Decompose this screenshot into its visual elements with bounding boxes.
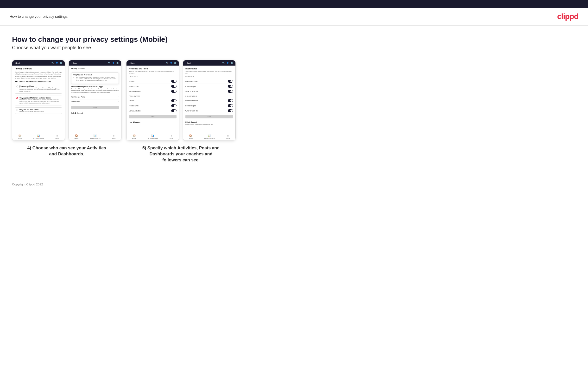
screen-1-section: Who Can See Your Activities and Dashboar… — [15, 81, 62, 83]
chevron-dashboards: › — [118, 101, 119, 103]
header-icons-2: 🔍 👤 ⚙️ — [108, 62, 119, 64]
screen-4-body: Dashboards Select the dashboards that yo… — [183, 66, 235, 133]
page-title: How to change your privacy settings (Mob… — [12, 35, 576, 43]
tab-privacy-controls[interactable]: Privacy Controls — [71, 67, 85, 70]
home-icon-3: 🏠 — [132, 134, 136, 137]
settings-icon-2[interactable]: ⚙️ — [116, 62, 119, 64]
footer-home-2[interactable]: 🏠 Home — [75, 134, 78, 139]
option-everyone[interactable]: Everyone on Clippd Everyone on Clippd ca… — [15, 84, 62, 94]
person-icon-1[interactable]: 👤 — [56, 62, 58, 64]
help-desc-4: Visit our Clippd community to troublesho… — [185, 124, 233, 126]
screen-3-footer: 🏠 Home 📊 My Performance ≡ Menu — [127, 133, 179, 141]
search-icon-4[interactable]: 🔍 — [222, 62, 225, 64]
footer-performance-3[interactable]: 📊 My Performance — [147, 134, 158, 139]
tab-bar-2: Privacy Controls — [71, 67, 119, 70]
back-button-4[interactable]: < Back — [185, 62, 191, 64]
settings-icon-4[interactable]: ⚙️ — [230, 62, 233, 64]
followers-what-to-work-toggle[interactable] — [228, 109, 233, 112]
followers-player-dashboard-toggle[interactable] — [228, 99, 233, 102]
footer-performance-4[interactable]: 📊 My Performance — [204, 134, 215, 139]
header-icons-3: 🔍 👤 ⚙️ — [166, 62, 176, 64]
footer-performance-1[interactable]: 📊 My Performance — [33, 134, 44, 139]
activities-posts-row[interactable]: Activities and Posts › — [71, 95, 119, 100]
page-subtitle: Choose what you want people to see — [12, 45, 576, 50]
followers-round-insights-toggle[interactable] — [228, 104, 233, 107]
main-content: How to change your privacy settings (Mob… — [0, 26, 588, 178]
coaches-player-dashboard-toggle[interactable] — [228, 80, 233, 83]
top-bar — [0, 0, 588, 8]
coaches-rounds-row: Rounds — [129, 79, 176, 84]
option-everyone-text: Everyone on Clippd Everyone on Clippd ca… — [19, 85, 61, 92]
followers-what-to-work-row: What To Work On — [185, 108, 233, 113]
page-footer: Copyright Clippd 2022 — [0, 178, 588, 191]
screen-2-mockup: < Back 🔍 👤 ⚙️ Privacy Controls — [69, 60, 121, 141]
popup-radio[interactable] — [73, 77, 75, 78]
footer-performance-2[interactable]: 📊 My Performance — [90, 134, 100, 139]
save-btn-4[interactable]: Save — [185, 115, 233, 118]
screens-pair-1: < Back 🔍 👤 ⚙️ Privacy Controls Control h… — [12, 60, 121, 141]
footer-menu-4[interactable]: ≡ Menu — [226, 134, 230, 139]
help-support-2: Help & Support — [71, 111, 119, 114]
settings-icon-1[interactable]: ⚙️ — [60, 62, 62, 64]
screen-3-header: < Back 🔍 👤 ⚙️ — [127, 60, 179, 66]
save-btn-2[interactable]: Save — [71, 106, 119, 109]
screen-1-desc: Control how you and your data appears to… — [15, 71, 62, 79]
footer-menu-2[interactable]: ≡ Menu — [112, 134, 115, 139]
person-icon-2[interactable]: 👤 — [112, 62, 115, 64]
footer-home-3[interactable]: 🏠 Home — [132, 134, 136, 139]
footer-menu-1[interactable]: ≡ Menu — [55, 134, 59, 139]
screenshots-row: < Back 🔍 👤 ⚙️ Privacy Controls Control h… — [12, 60, 576, 163]
logo: clippd — [557, 12, 578, 21]
person-icon-4[interactable]: 👤 — [226, 62, 229, 64]
header: How to change your privacy settings clip… — [0, 8, 588, 26]
option-approved[interactable]: Only Approved Followers and Your Coach O… — [15, 96, 62, 105]
followers-manual-toggle[interactable] — [171, 109, 176, 112]
back-button-3[interactable]: < Back — [129, 62, 134, 64]
radio-everyone[interactable] — [16, 85, 18, 87]
dashboards-row[interactable]: Dashboards › — [71, 100, 119, 104]
menu-icon-3: ≡ — [171, 134, 172, 137]
menu-icon-2: ≡ — [113, 134, 114, 137]
screen-1-body: Privacy Controls Control how you and you… — [12, 66, 65, 133]
followers-drills-row: Practice Drills — [129, 103, 176, 108]
footer-home-4[interactable]: 🏠 Home — [189, 134, 193, 139]
save-btn-3[interactable]: Save — [129, 115, 176, 118]
option-only-you-text: Only You and Your Coach Only you and the… — [19, 109, 44, 112]
copyright: Copyright Clippd 2022 — [12, 183, 43, 186]
followers-rounds-toggle[interactable] — [171, 99, 176, 102]
coaches-manual-toggle[interactable] — [171, 90, 176, 93]
search-icon-3[interactable]: 🔍 — [166, 62, 168, 64]
screens-pair-2: < Back 🔍 👤 ⚙️ Activities and Posts Selec… — [126, 60, 236, 141]
footer-menu-3[interactable]: ≡ Menu — [170, 134, 173, 139]
screen-2-header: < Back 🔍 👤 ⚙️ — [69, 60, 121, 66]
search-icon-1[interactable]: 🔍 — [52, 62, 54, 64]
followers-drills-toggle[interactable] — [171, 104, 176, 107]
option-only-you[interactable]: Only You and Your Coach Only you and the… — [15, 107, 62, 114]
search-icon-2[interactable]: 🔍 — [108, 62, 111, 64]
coaches-rounds-toggle[interactable] — [171, 80, 176, 83]
coaches-what-to-work-toggle[interactable] — [228, 90, 233, 93]
screen-4-header: < Back 🔍 👤 ⚙️ — [183, 60, 235, 66]
settings-icon-3[interactable]: ⚙️ — [174, 62, 176, 64]
radio-only-you[interactable] — [16, 109, 18, 111]
coaches-drills-toggle[interactable] — [171, 85, 176, 88]
screen-2-body: Privacy Controls Only You and Your Coach… — [69, 66, 121, 133]
screen-3-mockup: < Back 🔍 👤 ⚙️ Activities and Posts Selec… — [126, 60, 179, 141]
followers-manual-row: Manual Activities — [129, 108, 176, 113]
home-icon-1: 🏠 — [18, 134, 22, 137]
screen-1-footer: 🏠 Home 📊 My Performance ≡ Menu — [12, 133, 65, 141]
home-icon-2: 🏠 — [75, 134, 78, 137]
person-icon-3[interactable]: 👤 — [170, 62, 173, 64]
back-button-1[interactable]: < Back — [15, 62, 20, 64]
screen-4-footer: 🏠 Home 📊 My Performance ≡ Menu — [183, 133, 235, 141]
footer-home-1[interactable]: 🏠 Home — [18, 134, 22, 139]
caption-5: 5) Specify which Activities, Posts and D… — [140, 145, 222, 163]
screen-1-mockup: < Back 🔍 👤 ⚙️ Privacy Controls Control h… — [12, 60, 65, 141]
screen-1-title: Privacy Controls — [15, 67, 62, 70]
followers-rounds-row: Rounds — [129, 98, 176, 103]
radio-approved[interactable] — [16, 97, 18, 99]
back-button-2[interactable]: < Back — [71, 62, 77, 64]
performance-icon-4: 📊 — [208, 134, 211, 137]
followers-player-dashboard-row: Player Dashboard — [185, 98, 233, 103]
coaches-round-insights-toggle[interactable] — [228, 85, 233, 88]
